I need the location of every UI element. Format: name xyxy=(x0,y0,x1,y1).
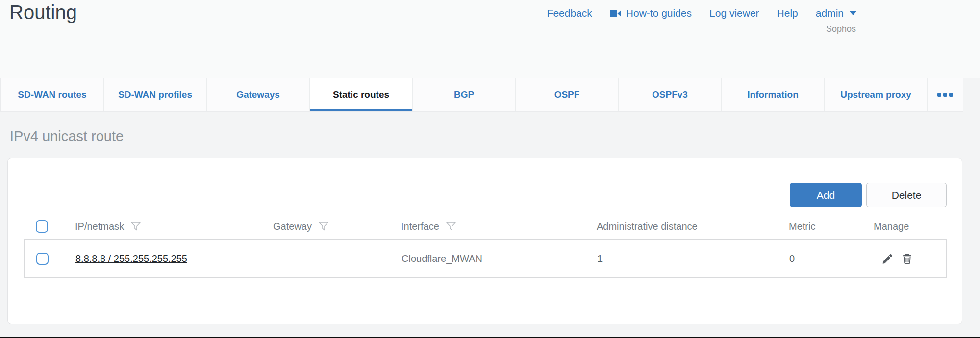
funnel-icon[interactable] xyxy=(130,221,141,232)
column-label: Interface xyxy=(401,221,439,232)
tab-bgp[interactable]: BGP xyxy=(413,78,516,111)
funnel-icon[interactable] xyxy=(318,221,329,232)
tab-ospf[interactable]: OSPF xyxy=(516,78,619,111)
ellipsis-icon xyxy=(949,93,953,97)
howto-guides-label: How-to guides xyxy=(626,7,692,19)
org-label: Sophos xyxy=(826,24,856,34)
column-label: Administrative distance xyxy=(597,221,698,232)
funnel-icon[interactable] xyxy=(446,221,456,232)
tab-information[interactable]: Information xyxy=(722,78,825,111)
table-row: 8.8.8.8 / 255.255.255.255 Cloudflare_MWA… xyxy=(24,239,947,278)
ellipsis-icon xyxy=(937,93,941,97)
routing-page: Routing Feedback How-to guides Log viewe… xyxy=(0,0,980,338)
tab-label: Information xyxy=(747,89,799,100)
log-viewer-label: Log viewer xyxy=(709,7,759,19)
top-nav: Feedback How-to guides Log viewer Help a… xyxy=(547,7,856,19)
column-ip-netmask: IP/netmask xyxy=(75,221,273,232)
tab-label: SD-WAN routes xyxy=(18,89,86,100)
cell-manage xyxy=(874,253,946,265)
column-manage: Manage xyxy=(874,221,947,232)
column-gateway: Gateway xyxy=(273,221,401,232)
ellipsis-icon xyxy=(943,93,947,97)
howto-guides-link[interactable]: How-to guides xyxy=(610,7,692,19)
tabs-overflow-button[interactable] xyxy=(928,78,963,111)
delete-button[interactable]: Delete xyxy=(866,183,947,207)
cell-ip-netmask: 8.8.8.8 / 255.255.255.255 xyxy=(75,253,274,264)
tab-label: OSPF xyxy=(554,89,580,100)
cell-metric: 0 xyxy=(789,253,874,264)
tab-ospfv3[interactable]: OSPFv3 xyxy=(619,78,722,111)
feedback-label: Feedback xyxy=(547,7,592,19)
video-camera-icon xyxy=(610,9,621,18)
row-checkbox[interactable] xyxy=(36,253,49,265)
cell-administrative-distance: 1 xyxy=(597,253,789,264)
column-label: Manage xyxy=(874,221,909,232)
tab-label: SD-WAN profiles xyxy=(118,89,192,100)
tab-label: Upstream proxy xyxy=(840,89,911,100)
column-label: Gateway xyxy=(273,221,312,232)
column-interface: Interface xyxy=(401,221,597,232)
help-label: Help xyxy=(777,7,798,19)
add-button[interactable]: Add xyxy=(790,183,862,207)
app-header: Routing Feedback How-to guides Log viewe… xyxy=(0,0,980,78)
routes-panel: Add Delete IP/netmask Gateway Interface xyxy=(7,158,962,324)
tab-sdwan-profiles[interactable]: SD-WAN profiles xyxy=(104,78,207,111)
pencil-icon[interactable] xyxy=(881,253,894,265)
column-label: IP/netmask xyxy=(75,221,124,232)
ip-netmask-link[interactable]: 8.8.8.8 / 255.255.255.255 xyxy=(75,253,187,264)
tab-label: Static routes xyxy=(333,89,389,100)
help-link[interactable]: Help xyxy=(777,7,798,19)
section-heading: IPv4 unicast route xyxy=(10,129,124,145)
select-all-checkbox[interactable] xyxy=(36,220,48,233)
page-title: Routing xyxy=(9,1,77,24)
table-header-row: IP/netmask Gateway Interface Administrat… xyxy=(24,214,947,238)
caret-down-icon xyxy=(850,11,856,15)
cell-interface: Cloudflare_MWAN xyxy=(402,253,597,264)
tab-label: Gateways xyxy=(236,89,280,100)
column-administrative-distance: Administrative distance xyxy=(597,221,789,232)
feedback-link[interactable]: Feedback xyxy=(547,7,592,19)
tab-gateways[interactable]: Gateways xyxy=(207,78,310,111)
tab-bar: SD-WAN routes SD-WAN profiles Gateways S… xyxy=(0,78,963,112)
user-menu-label: admin xyxy=(816,7,844,19)
tab-label: BGP xyxy=(454,89,474,100)
tab-static-routes[interactable]: Static routes xyxy=(310,78,413,111)
tab-label: OSPFv3 xyxy=(652,89,688,100)
column-metric: Metric xyxy=(789,221,874,232)
row-checkbox-cell xyxy=(25,253,75,265)
tab-upstream-proxy[interactable]: Upstream proxy xyxy=(825,78,928,111)
trash-icon[interactable] xyxy=(901,253,913,265)
log-viewer-link[interactable]: Log viewer xyxy=(709,7,759,19)
tab-sdwan-routes[interactable]: SD-WAN routes xyxy=(1,78,104,111)
user-menu[interactable]: admin xyxy=(816,7,856,19)
column-label: Metric xyxy=(789,221,815,232)
header-checkbox-cell xyxy=(24,220,75,233)
